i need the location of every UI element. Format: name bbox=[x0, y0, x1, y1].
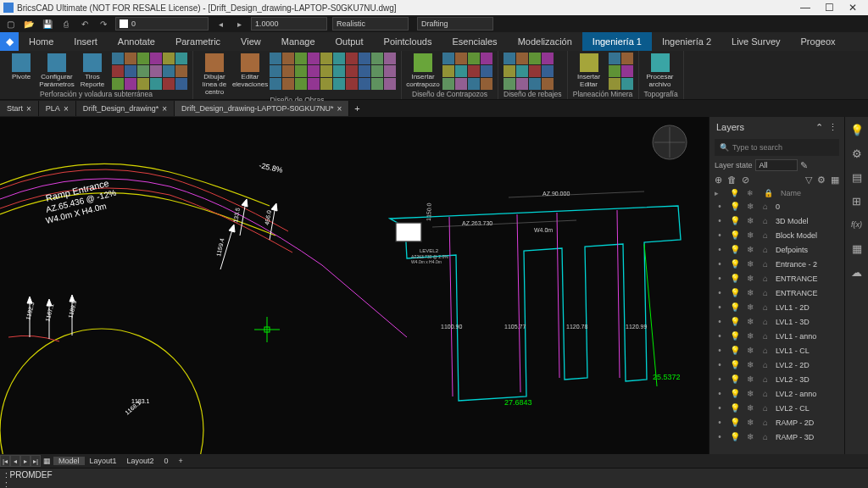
layer-settings-icon[interactable]: ⚙ bbox=[817, 175, 826, 186]
menu-tab-ingeniería-2[interactable]: Ingeniería 2 bbox=[652, 32, 721, 51]
layout-tab[interactable]: + bbox=[174, 457, 188, 465]
tab-first-button[interactable]: |◂ bbox=[0, 455, 10, 467]
ribbon-small-icon[interactable] bbox=[346, 78, 358, 90]
layer-add-icon[interactable]: ⊕ bbox=[715, 175, 722, 186]
pivote-button[interactable]: Pivote bbox=[5, 53, 37, 81]
tab-close-icon[interactable]: × bbox=[337, 104, 342, 114]
ribbon-small-icon[interactable] bbox=[137, 65, 149, 77]
tab-close-icon[interactable]: × bbox=[162, 104, 167, 114]
ribbon-small-icon[interactable] bbox=[125, 65, 136, 77]
layer-state-select[interactable]: All bbox=[755, 159, 798, 171]
layer-row[interactable]: •💡❄⌂Block Model bbox=[709, 228, 844, 242]
ribbon-small-icon[interactable] bbox=[455, 78, 467, 90]
menu-tab-modelización[interactable]: Modelización bbox=[508, 32, 582, 51]
layer-row[interactable]: •💡❄⌂Defpoints bbox=[709, 242, 844, 257]
ribbon-small-icon[interactable] bbox=[333, 65, 345, 77]
tab-close-icon[interactable]: × bbox=[26, 104, 31, 114]
ribbon-small-icon[interactable] bbox=[468, 78, 480, 90]
ribbon-small-icon[interactable] bbox=[384, 78, 396, 90]
layout-tab[interactable]: 0 bbox=[159, 457, 174, 465]
cloud-icon[interactable]: ☁ bbox=[849, 264, 865, 280]
ribbon-small-icon[interactable] bbox=[504, 53, 515, 64]
qa-save-icon[interactable]: 💾 bbox=[41, 17, 54, 30]
ribbon-small-icon[interactable] bbox=[359, 65, 370, 77]
ribbon-small-icon[interactable] bbox=[125, 53, 136, 64]
ribbon-small-icon[interactable] bbox=[346, 65, 358, 77]
layer-row[interactable]: •💡❄⌂LVL2 - 3D bbox=[709, 372, 844, 386]
ribbon-small-icon[interactable] bbox=[270, 65, 281, 77]
ribbon-small-icon[interactable] bbox=[442, 65, 454, 77]
tips-icon[interactable]: 💡 bbox=[849, 122, 865, 137]
layout-tab[interactable]: Model bbox=[53, 457, 85, 465]
menu-tab-view[interactable]: View bbox=[231, 32, 271, 51]
menu-tab-manage[interactable]: Manage bbox=[271, 32, 326, 51]
ribbon-small-icon[interactable] bbox=[481, 53, 492, 64]
procesar-button[interactable]: Procesar archivo bbox=[644, 53, 676, 89]
ribbon-small-icon[interactable] bbox=[175, 65, 187, 77]
ribbon-small-icon[interactable] bbox=[529, 65, 541, 77]
maximize-button[interactable]: ☐ bbox=[817, 2, 841, 14]
menu-tab-ingeniería-1[interactable]: Ingeniería 1 bbox=[582, 32, 652, 51]
ribbon-small-icon[interactable] bbox=[163, 65, 175, 77]
layer-filter-icon[interactable]: ▽ bbox=[805, 175, 812, 186]
visual-style-dropdown[interactable]: Realistic bbox=[332, 17, 409, 30]
ribbon-small-icon[interactable] bbox=[282, 53, 294, 64]
layer-row[interactable]: •💡❄⌂RAMP - 3D bbox=[709, 430, 844, 444]
ribbon-small-icon[interactable] bbox=[308, 53, 320, 64]
layers-search[interactable]: 🔍 Type to search bbox=[715, 139, 839, 156]
ribbon-small-icon[interactable] bbox=[481, 65, 492, 77]
ribbon-small-icon[interactable] bbox=[308, 78, 320, 90]
ribbon-small-icon[interactable] bbox=[442, 78, 454, 90]
layer-row[interactable]: •💡❄⌂RAMP - 2D bbox=[709, 415, 844, 430]
tiros-button[interactable]: Tiros Reporte bbox=[76, 53, 108, 89]
drawing-canvas[interactable]: -25.8% Ramp Entrance AZ.65.436 @ -12% W4… bbox=[0, 117, 709, 454]
ribbon-small-icon[interactable] bbox=[295, 78, 307, 90]
layer-row[interactable]: •💡❄⌂LVL1 - CL bbox=[709, 343, 844, 358]
ribbon-small-icon[interactable] bbox=[609, 78, 620, 90]
dibujar-button[interactable]: Dibujar línea de centro bbox=[198, 53, 231, 96]
ribbon-small-icon[interactable] bbox=[346, 53, 358, 64]
configurar-button[interactable]: Configurar Parámetros bbox=[41, 53, 73, 89]
menu-tab-annotate[interactable]: Annotate bbox=[108, 32, 165, 51]
ribbon-small-icon[interactable] bbox=[282, 78, 294, 90]
ribbon-small-icon[interactable] bbox=[516, 78, 528, 90]
qa-print-icon[interactable]: ⎙ bbox=[59, 17, 73, 30]
ribbon-small-icon[interactable] bbox=[468, 53, 480, 64]
ribbon-small-icon[interactable] bbox=[295, 65, 307, 77]
qa-redo-icon[interactable]: ↷ bbox=[97, 17, 110, 30]
layout-tab[interactable]: Layout1 bbox=[85, 457, 122, 465]
ribbon-small-icon[interactable] bbox=[529, 78, 541, 90]
ribbon-small-icon[interactable] bbox=[150, 78, 162, 90]
ribbon-small-icon[interactable] bbox=[542, 65, 554, 77]
layer-row[interactable]: •💡❄⌂ENTRANCE bbox=[709, 271, 844, 286]
document-tab[interactable]: Drift_Design_drawing-LAPTOP-S0GKU7NU*× bbox=[175, 101, 349, 116]
ribbon-small-icon[interactable] bbox=[112, 65, 124, 77]
table-icon[interactable]: ▦ bbox=[849, 241, 865, 256]
layer-row[interactable]: •💡❄⌂LVL1 - 2D bbox=[709, 300, 844, 314]
menu-tab-pointclouds[interactable]: Pointclouds bbox=[374, 32, 442, 51]
ribbon-small-icon[interactable] bbox=[621, 53, 633, 64]
ribbon-small-icon[interactable] bbox=[320, 78, 332, 90]
ribbon-small-icon[interactable] bbox=[320, 53, 332, 64]
layer-edit-icon[interactable]: ✎ bbox=[800, 160, 808, 171]
ribbon-small-icon[interactable] bbox=[137, 78, 149, 90]
drawing-viewport[interactable]: -25.8% Ramp Entrance AZ.65.436 @ -12% W4… bbox=[0, 117, 709, 454]
qa-open-icon[interactable]: 📂 bbox=[22, 17, 36, 30]
menu-tab-progeox[interactable]: Progeox bbox=[791, 32, 846, 51]
ribbon-small-icon[interactable] bbox=[320, 65, 332, 77]
new-tab-button[interactable]: + bbox=[349, 103, 364, 114]
app-menu-button[interactable]: ◆ bbox=[0, 32, 19, 51]
ribbon-small-icon[interactable] bbox=[542, 78, 554, 90]
scale-dropdown[interactable]: 1.0000 bbox=[251, 17, 327, 30]
layer-row[interactable]: •💡❄⌂LVL2 - CL bbox=[709, 401, 844, 415]
tab-prev-button[interactable]: ◂ bbox=[10, 455, 20, 467]
ribbon-small-icon[interactable] bbox=[282, 65, 294, 77]
layers-collapse-icon[interactable]: ⌃ bbox=[815, 122, 823, 133]
document-tab[interactable]: Start× bbox=[0, 101, 39, 116]
ribbon-small-icon[interactable] bbox=[504, 78, 515, 90]
fx-icon[interactable]: f(x) bbox=[849, 217, 865, 232]
menu-tab-insert[interactable]: Insert bbox=[64, 32, 108, 51]
ribbon-small-icon[interactable] bbox=[455, 53, 467, 64]
qa-new-icon[interactable]: ▢ bbox=[3, 17, 17, 30]
ribbon-small-icon[interactable] bbox=[175, 78, 187, 90]
